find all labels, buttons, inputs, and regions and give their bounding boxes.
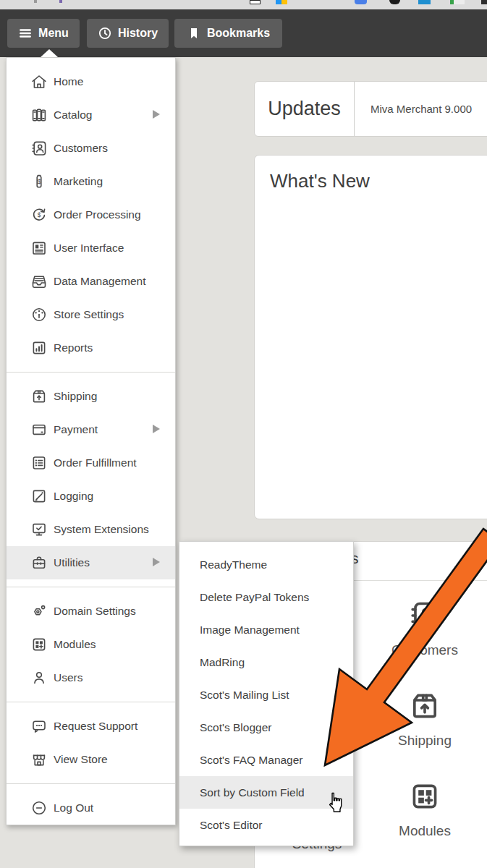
submenu-item-scot-s-blogger[interactable]: Scot's Blogger xyxy=(179,711,353,744)
svg-text:$: $ xyxy=(38,178,41,185)
menu-item-label: Order Processing xyxy=(54,208,141,221)
svg-text:$: $ xyxy=(38,211,41,218)
favicon-fragment xyxy=(34,0,37,3)
menu-item-label: User Interface xyxy=(54,242,124,255)
submenu-item-scot-s-mailing-list[interactable]: Scot's Mailing List xyxy=(179,678,353,711)
menu-item-reports[interactable]: Reports xyxy=(7,331,175,365)
whats-new-panel: What's New xyxy=(254,155,487,519)
payment-icon xyxy=(30,421,48,438)
menu-item-label: Data Management xyxy=(54,275,146,288)
menu-button[interactable]: Menu xyxy=(7,19,80,48)
menu-item-order-fulfillment[interactable]: Order Fulfillment xyxy=(7,446,175,480)
shipping-icon xyxy=(30,388,48,405)
customers-icon xyxy=(30,140,48,157)
favicon-fragment xyxy=(281,0,287,4)
menu-dropdown-panel: HomeCatalogCustomers$Marketing$Order Pro… xyxy=(6,57,176,825)
menu-item-label: Logging xyxy=(54,490,93,503)
menu-item-domain-settings[interactable]: Domain Settings xyxy=(7,595,175,628)
menu-item-request-support[interactable]: Request Support xyxy=(7,710,175,743)
menu-section: ShippingPaymentOrder FulfillmentLoggingS… xyxy=(7,372,175,587)
menu-item-log-out[interactable]: Log Out xyxy=(7,791,175,825)
updates-panel: Updates Miva Merchant 9.000 xyxy=(254,81,487,137)
favicon-fragment xyxy=(450,0,465,4)
menu-item-label: Store Settings xyxy=(54,308,124,321)
menu-section: Request SupportView Store xyxy=(7,702,175,783)
catalog-icon xyxy=(30,106,48,124)
request-support-icon xyxy=(30,718,48,735)
browser-bookmarks-bar-edge xyxy=(0,0,487,9)
menu-item-marketing[interactable]: $Marketing xyxy=(7,165,175,198)
submenu-item-scot-s-faq-manager[interactable]: Scot's FAQ Manager xyxy=(179,744,353,776)
system-extensions-icon xyxy=(30,521,48,538)
logging-icon xyxy=(30,488,48,505)
menu-item-label: Catalog xyxy=(54,109,92,122)
submenu-item-label: Image Management xyxy=(200,624,300,637)
user-interface-icon xyxy=(30,239,48,257)
favicon-fragment xyxy=(389,0,400,4)
menu-item-system-extensions[interactable]: System Extensions xyxy=(7,513,175,546)
menu-item-order-processing[interactable]: $Order Processing xyxy=(7,198,175,231)
shipping-icon xyxy=(408,689,441,723)
submenu-item-label: Scot's Blogger xyxy=(200,721,271,734)
menu-item-catalog[interactable]: Catalog xyxy=(7,98,175,132)
menu-item-user-interface[interactable]: User Interface xyxy=(7,231,175,265)
order-processing-icon: $ xyxy=(30,206,48,224)
utilities-icon xyxy=(30,554,48,571)
modules-icon xyxy=(30,636,48,653)
submenu-item-label: Scot's Editor xyxy=(200,819,263,832)
submenu-item-sort-by-custom-field[interactable]: Sort by Custom Field xyxy=(179,776,353,809)
chevron-right-icon xyxy=(153,110,160,119)
chevron-right-icon xyxy=(153,558,160,566)
menu-section: Domain SettingsModulesUsers xyxy=(7,587,175,702)
menu-item-store-settings[interactable]: Store Settings xyxy=(7,298,175,331)
view-store-icon xyxy=(30,751,48,768)
domain-settings-icon xyxy=(30,603,48,620)
menu-item-modules[interactable]: Modules xyxy=(7,628,175,661)
shortcut-tile-label: Shipping xyxy=(381,733,468,749)
menu-item-label: Customers xyxy=(54,142,108,155)
menu-item-label: Modules xyxy=(54,638,96,651)
menu-item-shipping[interactable]: Shipping xyxy=(7,380,175,413)
submenu-item-delete-paypal-tokens[interactable]: Delete PayPal Tokens xyxy=(179,581,353,613)
menu-section: Log Out xyxy=(7,783,175,825)
menu-item-users[interactable]: Users xyxy=(7,661,175,694)
clock-icon xyxy=(98,26,112,41)
menu-item-logging[interactable]: Logging xyxy=(7,480,175,513)
shortcut-tile-label: Customers xyxy=(381,642,468,658)
menu-item-home[interactable]: Home xyxy=(7,65,175,98)
history-button[interactable]: History xyxy=(87,19,169,48)
submenu-item-readytheme[interactable]: ReadyTheme xyxy=(179,548,353,581)
submenu-item-image-management[interactable]: Image Management xyxy=(179,613,353,646)
menu-item-view-store[interactable]: View Store xyxy=(7,743,175,776)
home-icon xyxy=(30,73,48,90)
menu-item-payment[interactable]: Payment xyxy=(7,413,175,446)
submenu-item-label: ReadyTheme xyxy=(200,558,267,571)
submenu-item-label: Sort by Custom Field xyxy=(200,786,305,799)
submenu-item-label: MadRing xyxy=(200,656,245,669)
admin-topbar: Menu History Bookmarks xyxy=(0,9,487,57)
menu-item-label: Utilities xyxy=(54,556,90,569)
shortcut-tile-customers[interactable]: Customers xyxy=(381,599,468,658)
menu-dropdown-caret xyxy=(41,49,58,57)
menu-item-label: Users xyxy=(54,671,82,684)
menu-button-label: Menu xyxy=(38,27,69,40)
menu-item-customers[interactable]: Customers xyxy=(7,132,175,165)
updates-tab-label: Updates xyxy=(268,98,341,120)
menu-item-label: Domain Settings xyxy=(54,605,136,618)
bookmarks-button[interactable]: Bookmarks xyxy=(174,19,282,48)
favicon-fragment xyxy=(481,0,487,4)
submenu-item-scot-s-editor[interactable]: Scot's Editor xyxy=(179,809,353,841)
favicon-fragment xyxy=(418,0,431,4)
history-button-label: History xyxy=(118,27,158,40)
data-management-icon xyxy=(30,273,48,290)
shortcut-tile-modules[interactable]: Modules xyxy=(381,780,468,839)
shortcut-tile-shipping[interactable]: Shipping xyxy=(381,689,468,749)
menu-item-label: Request Support xyxy=(54,720,137,733)
menu-item-label: View Store xyxy=(54,753,108,766)
submenu-item-madring[interactable]: MadRing xyxy=(179,646,353,678)
menu-item-data-management[interactable]: Data Management xyxy=(7,265,175,298)
tab-updates[interactable]: Updates xyxy=(255,82,355,136)
favicon-fragment xyxy=(59,0,62,3)
menu-item-utilities[interactable]: Utilities xyxy=(7,546,175,579)
shortcut-tile-label: Modules xyxy=(381,823,468,839)
